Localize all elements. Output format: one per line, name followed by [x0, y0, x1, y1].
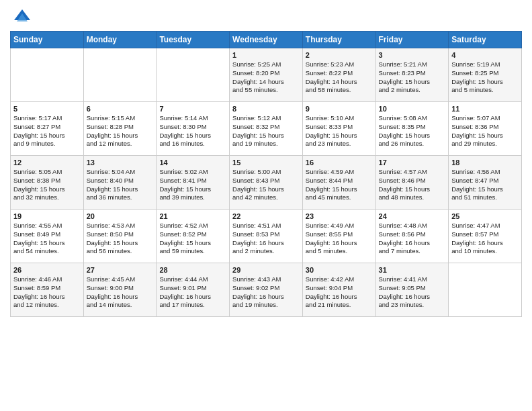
- day-number: 6: [87, 105, 154, 113]
- cell-line: and 19 minutes.: [232, 140, 300, 148]
- cell-line: Daylight: 15 hours: [451, 132, 519, 140]
- cell-line: Sunrise: 5:17 AM: [13, 114, 81, 123]
- cell-line: Sunrise: 5:14 AM: [159, 114, 226, 123]
- cell-line: and 2 minutes.: [232, 247, 300, 256]
- cell-line: Sunset: 8:40 PM: [87, 177, 154, 185]
- cell-line: Daylight: 15 hours: [232, 185, 300, 194]
- header-cell-saturday: Saturday: [449, 32, 522, 48]
- cell-line: Sunset: 8:57 PM: [451, 230, 519, 239]
- calendar-cell: 17Sunrise: 4:57 AMSunset: 8:46 PMDayligh…: [375, 156, 449, 210]
- cell-line: Daylight: 16 hours: [159, 293, 226, 302]
- cell-line: Daylight: 15 hours: [379, 185, 446, 194]
- cell-line: Sunrise: 4:43 AM: [232, 275, 300, 284]
- calendar-cell: 12Sunrise: 5:05 AMSunset: 8:38 PMDayligh…: [11, 156, 84, 210]
- cell-line: Sunrise: 4:41 AM: [379, 275, 446, 284]
- cell-line: Sunrise: 5:04 AM: [87, 168, 154, 177]
- cell-line: Sunrise: 4:56 AM: [451, 168, 519, 177]
- cell-line: Sunset: 8:22 PM: [306, 69, 373, 78]
- day-number: 19: [13, 212, 81, 220]
- calendar-cell: 8Sunrise: 5:12 AMSunset: 8:32 PMDaylight…: [230, 102, 303, 156]
- header-cell-monday: Monday: [83, 32, 157, 48]
- cell-content: Sunrise: 5:04 AMSunset: 8:40 PMDaylight:…: [87, 168, 154, 202]
- cell-line: Daylight: 16 hours: [13, 293, 81, 302]
- cell-content: Sunrise: 5:14 AMSunset: 8:30 PMDaylight:…: [159, 114, 226, 148]
- cell-line: Daylight: 15 hours: [13, 132, 81, 140]
- calendar-cell: 15Sunrise: 5:00 AMSunset: 8:43 PMDayligh…: [230, 156, 303, 210]
- cell-line: Sunset: 9:04 PM: [306, 284, 373, 293]
- cell-line: and 45 minutes.: [306, 193, 373, 202]
- calendar-cell: 16Sunrise: 4:59 AMSunset: 8:44 PMDayligh…: [302, 156, 375, 210]
- cell-line: Sunset: 8:28 PM: [87, 123, 154, 132]
- calendar-cell: 2Sunrise: 5:23 AMSunset: 8:22 PMDaylight…: [302, 48, 375, 102]
- day-number: 4: [451, 51, 519, 59]
- calendar-cell: 13Sunrise: 5:04 AMSunset: 8:40 PMDayligh…: [83, 156, 157, 210]
- day-number: 27: [87, 266, 154, 274]
- cell-line: and 5 minutes.: [451, 86, 519, 95]
- week-row-0: 1Sunrise: 5:25 AMSunset: 8:20 PMDaylight…: [11, 48, 522, 102]
- calendar-cell: 27Sunrise: 4:45 AMSunset: 9:00 PMDayligh…: [83, 263, 157, 317]
- cell-line: Daylight: 15 hours: [232, 132, 300, 140]
- day-number: 14: [159, 158, 226, 167]
- cell-line: and 9 minutes.: [13, 140, 81, 148]
- calendar-cell: 20Sunrise: 4:53 AMSunset: 8:50 PMDayligh…: [83, 210, 157, 263]
- header-row: SundayMondayTuesdayWednesdayThursdayFrid…: [11, 32, 522, 48]
- calendar-cell: 18Sunrise: 4:56 AMSunset: 8:47 PMDayligh…: [449, 156, 522, 210]
- cell-line: Daylight: 15 hours: [451, 78, 519, 87]
- cell-content: Sunrise: 5:10 AMSunset: 8:33 PMDaylight:…: [306, 114, 373, 148]
- cell-line: and 14 minutes.: [87, 301, 154, 310]
- cell-line: Daylight: 14 hours: [306, 78, 373, 87]
- cell-line: Sunrise: 4:52 AM: [159, 222, 226, 230]
- cell-line: Daylight: 15 hours: [379, 78, 446, 87]
- cell-line: and 10 minutes.: [451, 247, 519, 256]
- cell-line: Sunrise: 4:44 AM: [159, 275, 226, 284]
- cell-line: and 55 minutes.: [232, 86, 300, 95]
- calendar-cell: 25Sunrise: 4:47 AMSunset: 8:57 PMDayligh…: [449, 210, 522, 263]
- cell-line: and 58 minutes.: [306, 86, 373, 95]
- calendar-cell: 26Sunrise: 4:46 AMSunset: 8:59 PMDayligh…: [11, 263, 84, 317]
- day-number: 2: [306, 51, 373, 59]
- cell-content: Sunrise: 4:48 AMSunset: 8:56 PMDaylight:…: [379, 222, 446, 256]
- week-row-4: 26Sunrise: 4:46 AMSunset: 8:59 PMDayligh…: [11, 263, 522, 317]
- calendar-cell: [83, 48, 157, 102]
- cell-line: Sunset: 9:01 PM: [159, 284, 226, 293]
- cell-line: and 17 minutes.: [159, 301, 226, 310]
- cell-line: and 12 minutes.: [13, 301, 81, 310]
- calendar-cell: 10Sunrise: 5:08 AMSunset: 8:35 PMDayligh…: [375, 102, 449, 156]
- header-cell-sunday: Sunday: [11, 32, 84, 48]
- calendar-cell: 24Sunrise: 4:48 AMSunset: 8:56 PMDayligh…: [375, 210, 449, 263]
- day-number: 12: [13, 158, 81, 167]
- cell-line: and 23 minutes.: [306, 140, 373, 148]
- day-number: 25: [451, 212, 519, 220]
- cell-line: Daylight: 16 hours: [306, 293, 373, 302]
- cell-content: Sunrise: 5:07 AMSunset: 8:36 PMDaylight:…: [451, 114, 519, 148]
- cell-line: Sunset: 8:36 PM: [451, 123, 519, 132]
- cell-content: Sunrise: 4:49 AMSunset: 8:55 PMDaylight:…: [306, 222, 373, 256]
- cell-line: Sunrise: 4:45 AM: [87, 275, 154, 284]
- day-number: 13: [87, 158, 154, 167]
- cell-line: Sunrise: 4:55 AM: [13, 222, 81, 230]
- cell-line: and 29 minutes.: [451, 140, 519, 148]
- cell-line: Daylight: 16 hours: [379, 293, 446, 302]
- cell-line: Sunset: 8:20 PM: [232, 69, 300, 78]
- cell-line: and 26 minutes.: [379, 140, 446, 148]
- cell-line: Sunset: 9:00 PM: [87, 284, 154, 293]
- cell-line: Daylight: 16 hours: [232, 239, 300, 248]
- cell-line: Sunrise: 5:00 AM: [232, 168, 300, 177]
- week-row-1: 5Sunrise: 5:17 AMSunset: 8:27 PMDaylight…: [11, 102, 522, 156]
- cell-line: Sunset: 8:35 PM: [379, 123, 446, 132]
- cell-line: Sunset: 8:56 PM: [379, 230, 446, 239]
- cell-content: Sunrise: 4:45 AMSunset: 9:00 PMDaylight:…: [87, 275, 154, 310]
- cell-line: Daylight: 15 hours: [451, 185, 519, 194]
- cell-line: Sunset: 8:55 PM: [306, 230, 373, 239]
- cell-content: Sunrise: 4:43 AMSunset: 9:02 PMDaylight:…: [232, 275, 300, 310]
- cell-line: Sunset: 8:43 PM: [232, 177, 300, 185]
- cell-line: Sunrise: 4:59 AM: [306, 168, 373, 177]
- header: [10, 7, 522, 26]
- calendar-cell: 22Sunrise: 4:51 AMSunset: 8:53 PMDayligh…: [230, 210, 303, 263]
- cell-line: Sunset: 8:44 PM: [306, 177, 373, 185]
- cell-line: Sunset: 8:47 PM: [451, 177, 519, 185]
- cell-line: and 12 minutes.: [87, 140, 154, 148]
- cell-line: Daylight: 16 hours: [232, 293, 300, 302]
- cell-content: Sunrise: 4:41 AMSunset: 9:05 PMDaylight:…: [379, 275, 446, 310]
- cell-content: Sunrise: 5:15 AMSunset: 8:28 PMDaylight:…: [87, 114, 154, 148]
